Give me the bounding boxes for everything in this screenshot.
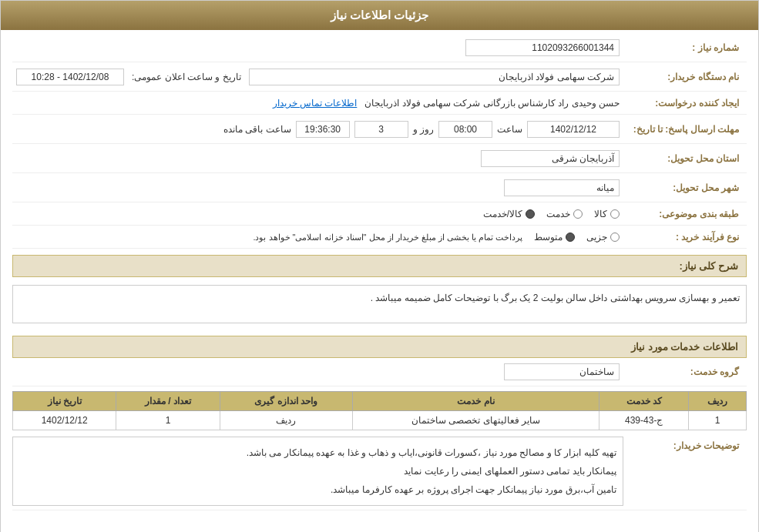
col-name: نام خدمت: [352, 392, 599, 411]
cell-unit: ردیف: [220, 411, 352, 430]
radio-kala-khedmat-icon: [526, 209, 535, 219]
delivery-province-row: استان محل تحویل: آذربایجان شرقی: [12, 149, 747, 173]
services-section-label: اطلاعات خدمات مورد نیاز: [631, 341, 738, 353]
purchase-type-label: نوع فرآیند خرید :: [623, 232, 747, 243]
category-khedmat: خدمت: [546, 209, 583, 219]
delivery-province-value-area: آذربایجان شرقی: [12, 149, 623, 169]
radio-khedmat-label: خدمت: [546, 209, 570, 219]
col-date: تاریخ نیاز: [13, 392, 116, 411]
deadline-day-label: روز و: [413, 124, 434, 135]
service-group-value-area: ساختمان: [12, 362, 623, 382]
category-row: طبقه بندی موضوعی: کالا خدمت کالا/خدمت: [12, 207, 747, 226]
buyer-org-value-area: شرکت سهامی فولاد اذربایجان تاریخ و ساعت …: [12, 67, 623, 87]
purchase-type-options: جزیی متوسط پرداخت تمام یا بخشی از مبلغ خ…: [12, 230, 623, 244]
need-number-box: 1102093266001344: [465, 39, 620, 56]
buyer-org-label: نام دستگاه خریدار:: [623, 72, 747, 82]
delivery-province-label: استان محل تحویل:: [623, 153, 747, 164]
buyer-notes-label: توضیحات خریدار:: [623, 437, 747, 451]
service-group-box: ساختمان: [504, 363, 620, 380]
announce-value: 1402/12/08 - 10:28: [16, 69, 124, 85]
deadline-time: 08:00: [438, 121, 492, 138]
creator-value-area: حسن وحیدی راد کارشناس بازرگانی شرکت سهام…: [12, 96, 623, 110]
col-qty: تعداد / مقدار: [116, 392, 220, 411]
col-unit: واحد اندازه گیری: [220, 392, 352, 411]
deadline-days: 3: [354, 121, 408, 138]
delivery-city-row: شهر محل تحویل: میانه: [12, 178, 747, 202]
delivery-city-box: میانه: [504, 179, 620, 196]
description-section-header: شرح کلی نیاز:: [12, 255, 747, 277]
description-label: شرح کلی نیاز:: [679, 260, 738, 272]
deadline-date: 1402/12/12: [527, 121, 620, 138]
radio-kala-khedmat-label: کالا/خدمت: [483, 209, 522, 219]
deadline-time-label: ساعت: [497, 124, 522, 135]
services-table: ردیف کد خدمت نام خدمت واحد اندازه گیری ت…: [12, 391, 747, 430]
page-title: جزئیات اطلاعات نیاز: [331, 8, 428, 22]
buyer-notes-row: توضیحات خریدار: تهیه کلیه ابزار کا و مصا…: [12, 437, 747, 510]
cell-row: 1: [689, 411, 747, 430]
creator-link[interactable]: اطلاعات تماس خریدار: [273, 98, 358, 109]
buyer-note-line: تهیه کلیه ابزار کا و مصالح مورد نیاز ،کس…: [19, 443, 616, 462]
table-row: 1ج-43-439سایر فعالیتهای تخصصی ساختمانردی…: [13, 411, 747, 430]
page-wrapper: جزئیات اطلاعات نیاز شماره نیاز : 1102093…: [0, 0, 759, 532]
radio-kala-icon: [610, 209, 620, 219]
buyer-org-box: شرکت سهامی فولاد اذربایجان: [249, 69, 620, 85]
delivery-city-label: شهر محل تحویل:: [623, 182, 747, 193]
creator-label: ایجاد کننده درخواست:: [623, 98, 747, 109]
need-number-label: شماره نیاز :: [623, 42, 747, 53]
category-options: کالا خدمت کالا/خدمت: [12, 207, 623, 221]
buyer-org-row: نام دستگاه خریدار: شرکت سهامی فولاد اذرب…: [12, 67, 747, 92]
deadline-label: مهلت ارسال پاسخ: تا تاریخ:: [623, 124, 747, 135]
page-header: جزئیات اطلاعات نیاز: [1, 1, 758, 30]
table-header-row: ردیف کد خدمت نام خدمت واحد اندازه گیری ت…: [13, 392, 747, 411]
buyer-note-line: پیمانکار باید تمامی دستور العملهای ایمنی…: [19, 462, 616, 480]
category-kala: کالا: [594, 209, 620, 219]
creator-row: ایجاد کننده درخواست: حسن وحیدی راد کارشن…: [12, 96, 747, 115]
deadline-remaining-time: 19:36:30: [296, 121, 350, 138]
description-box: تعمیر و بهسازی سرویس بهداشتی داخل سالن ب…: [12, 285, 747, 323]
deadline-remaining-label: ساعت باقی مانده: [223, 124, 291, 135]
buyer-note-line: تامین آب،برق مورد نیاز پیمانکار جهت اجرا…: [19, 480, 616, 499]
button-area: بازگشت چاپ: [1, 523, 758, 532]
announce-label: تاریخ و ساعت اعلان عمومی:: [132, 72, 241, 82]
radio-motevaset-label: متوسط: [534, 232, 563, 243]
radio-motevaset-icon: [566, 233, 575, 242]
radio-jozi-label: جزیی: [586, 232, 607, 243]
creator-value: حسن وحیدی راد کارشناس بازرگانی شرکت سهام…: [364, 98, 620, 109]
radio-kala-label: کالا: [594, 209, 607, 219]
delivery-city-value-area: میانه: [12, 178, 623, 198]
content-area: شماره نیاز : 1102093266001344 نام دستگاه…: [1, 30, 758, 523]
cell-name: سایر فعالیتهای تخصصی ساختمان: [352, 411, 599, 430]
delivery-province-box: آذربایجان شرقی: [481, 150, 620, 167]
service-group-label: گروه خدمت:: [623, 366, 747, 377]
purchase-motevaset: متوسط: [534, 232, 575, 243]
category-kala-khedmat: کالا/خدمت: [483, 209, 535, 219]
col-row: ردیف: [689, 392, 747, 411]
services-section-header: اطلاعات خدمات مورد نیاز: [12, 336, 747, 358]
deadline-value-area: 1402/12/12 ساعت 08:00 روز و 3 19:36:30 س…: [12, 119, 623, 139]
description-area: تعمیر و بهسازی سرویس بهداشتی داخل سالن ب…: [12, 281, 747, 330]
service-group-row: گروه خدمت: ساختمان: [12, 362, 747, 386]
need-number-row: شماره نیاز : 1102093266001344: [12, 38, 747, 62]
category-label: طبقه بندی موضوعی:: [623, 209, 747, 219]
col-code: کد خدمت: [599, 392, 689, 411]
purchase-note: پرداخت تمام یا بخشی از مبلغ خریدار از مح…: [253, 233, 522, 243]
cell-code: ج-43-439: [599, 411, 689, 430]
cell-date: 1402/12/12: [13, 411, 116, 430]
need-number-value: 1102093266001344: [12, 38, 623, 58]
deadline-row: مهلت ارسال پاسخ: تا تاریخ: 1402/12/12 سا…: [12, 119, 747, 144]
radio-jozi-icon: [610, 233, 620, 242]
purchase-jozi: جزیی: [586, 232, 620, 243]
purchase-type-row: نوع فرآیند خرید : جزیی متوسط پرداخت تمام…: [12, 230, 747, 249]
radio-khedmat-icon: [573, 209, 583, 219]
cell-qty: 1: [116, 411, 220, 430]
buyer-notes-box: تهیه کلیه ابزار کا و مصالح مورد نیاز ،کس…: [12, 437, 623, 506]
